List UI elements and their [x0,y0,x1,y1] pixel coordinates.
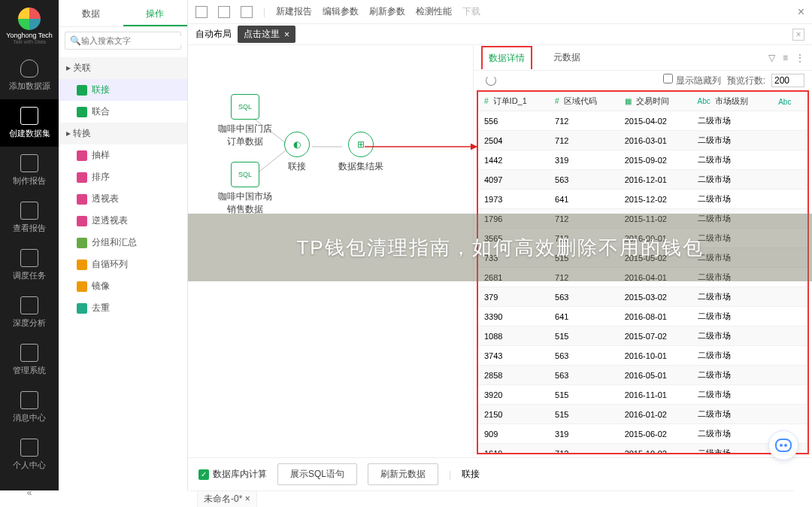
rail-view-report[interactable]: 查看报告 [0,194,59,241]
table-row[interactable]: 35657122016-09-01二级市场 [478,229,807,248]
list-icon[interactable]: ≡ [783,53,788,63]
tree-item-sort[interactable]: 排序 [59,166,187,188]
table-row[interactable]: 7335152015-05-02二级市场 [478,248,807,268]
saveas-icon[interactable] [218,6,230,18]
refresh-icon[interactable] [486,75,496,86]
tree-item-unpivot[interactable]: 逆透视表 [59,210,187,232]
tree-item-selfloop[interactable]: 自循环列 [59,254,187,275]
tree-group[interactable]: ▸ 转换 [59,123,187,144]
tree-group[interactable]: ▸ 关联 [59,57,187,79]
search-box[interactable]: 🔍 [65,32,181,50]
table-row[interactable]: 16197122015-10-02二级市场 [478,444,807,455]
node-join[interactable]: ◐ 联接 [284,132,310,173]
search-input[interactable] [81,36,185,45]
table-row[interactable]: 26817122016-04-01二级市场 [478,268,807,287]
rail-make-report[interactable]: 制作报告 [0,147,59,194]
save-icon[interactable] [195,6,208,18]
tree-item-mirror[interactable]: 镜像 [59,275,187,297]
tree-item-join[interactable]: 联接 [59,79,187,101]
col-header[interactable]: # 订单ID_1 [478,92,549,111]
rail-msg[interactable]: 消息中心 [0,384,59,431]
show-hidden-checkbox[interactable]: 显示隐藏列 [663,74,720,87]
doc-tab[interactable]: 未命名-0* × [197,490,257,507]
export-icon[interactable] [241,6,253,18]
assistant-button[interactable] [768,430,798,460]
table-row[interactable]: 17967122015-11-02二级市场 [478,209,807,229]
cell: 563 [549,346,619,366]
clear-canvas-icon[interactable]: × [792,29,804,41]
node-source-2[interactable]: SQL 咖啡中国市场 销售数据 [218,162,272,216]
table-row[interactable]: 37435632016-10-01二级市场 [478,346,807,366]
join-footer-label: 联接 [462,468,480,481]
cell: 二级市场 [692,248,773,268]
rail-label: 个人中心 [0,460,59,471]
cell: 2015-09-02 [619,150,692,170]
rail-add-ds[interactable]: 添加数据源 [0,52,59,99]
filter-icon[interactable]: ▽ [768,53,775,63]
cell: 二级市场 [692,209,773,229]
table-row[interactable]: 10885152015-07-02二级市场 [478,326,807,346]
more-icon[interactable]: ⋮ [795,53,804,63]
show-sql-button[interactable]: 展示SQL语句 [277,463,357,485]
rail-schedule[interactable]: 调度任务 [0,241,59,289]
table-row[interactable]: 9093192015-06-02二级市场 [478,424,807,444]
cell: 641 [549,190,619,209]
tree-item-pivot[interactable]: 透视表 [59,188,187,210]
refresh-meta-button[interactable]: 刷新元数据 [368,463,438,485]
tab-data-detail[interactable]: 数据详情 [481,46,532,69]
node-source-1[interactable]: SQL 咖啡中国门店 订单数据 [218,94,272,148]
auto-layout-label[interactable]: 自动布局 [195,28,232,41]
table-row[interactable]: 33906412016-08-01二级市场 [478,307,807,326]
in-db-checkbox[interactable]: ✓ 数据库内计算 [198,468,267,481]
tab-ops[interactable]: 操作 [123,0,188,26]
table-row[interactable]: 21505152016-01-02二级市场 [478,405,807,424]
flow-canvas[interactable]: SQL 咖啡中国门店 订单数据 SQL 咖啡中国市场 销售数据 ◐ 联接 ⊞ 数… [188,45,474,457]
tab-metadata[interactable]: 元数据 [547,47,586,68]
tree-item-dedup[interactable]: 去重 [59,297,187,319]
rail-create-ds[interactable]: 创建数据集 [0,99,59,147]
table-row[interactable]: 14423192015-09-02二级市场 [478,150,807,170]
rail-deep[interactable]: 深度分析 [0,289,59,336]
cell: 563 [549,366,619,385]
close-icon[interactable]: × [798,5,804,19]
left-tabs: 数据 操作 [59,0,187,27]
cell: 712 [549,131,619,150]
cell: 563 [549,170,619,190]
node-output[interactable]: ⊞ 数据集结果 [338,132,383,173]
table-row[interactable]: 39205152016-11-01二级市场 [478,385,807,405]
doc-tab-close-icon[interactable]: × [245,493,250,504]
rail-label: 制作报告 [0,175,59,187]
data-table-wrap[interactable]: # 订单ID_1# 区域代码▦ 交易时间Abc 市场级别Abc 55671220… [477,90,809,454]
rail-me[interactable]: 个人中心 [0,431,59,478]
tb-perf[interactable]: 检测性能 [416,5,452,18]
collapse-rail-icon[interactable]: « [18,478,41,507]
table-row[interactable]: 3795632015-03-02二级市场 [478,287,807,307]
col-header[interactable]: # 区域代码 [549,92,619,111]
hint-chip-close-icon[interactable]: × [284,29,289,40]
tb-new[interactable]: 新建报告 [276,5,312,18]
tab-data[interactable]: 数据 [59,0,123,26]
cell: 二级市场 [692,444,773,455]
col-header[interactable]: ▦ 交易时间 [619,92,692,111]
tb-edit[interactable]: 编辑参数 [323,5,359,18]
col-header[interactable]: Abc 市场级别 [692,92,773,111]
col-header[interactable]: Abc [772,92,807,111]
tree-item-union[interactable]: 联合 [59,101,187,123]
rail-label: 管理系统 [0,365,59,376]
table-row[interactable]: 25047122016-03-01二级市场 [478,131,807,150]
bottom-bar: ✓ 数据库内计算 展示SQL语句 刷新元数据 | 联接 [188,457,812,490]
table-row[interactable]: 40975632016-12-01二级市场 [478,170,807,190]
cell: 二级市场 [692,366,773,385]
table-row[interactable]: 19736412015-12-02二级市场 [478,190,807,209]
op-icon [77,238,87,248]
table-row[interactable]: 28585632016-05-01二级市场 [478,366,807,385]
tb-refresh[interactable]: 刷新参数 [369,5,405,18]
rail-admin[interactable]: 管理系统 [0,336,59,384]
hint-chip[interactable]: 点击这里 × [238,26,295,43]
op-icon [77,172,87,183]
tree-item-label: 自循环列 [92,258,128,271]
table-row[interactable]: 5567122015-04-02二级市场 [478,111,807,131]
preview-rows-input[interactable] [771,74,804,87]
tree-item-sample[interactable]: 抽样 [59,144,187,166]
tree-item-groupby[interactable]: 分组和汇总 [59,232,187,254]
